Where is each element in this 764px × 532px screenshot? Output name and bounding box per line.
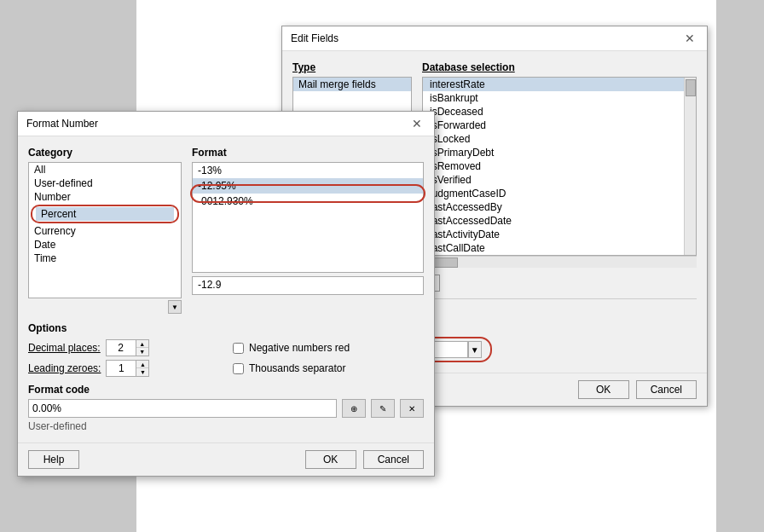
fn-fmt-neg1295[interactable]: -12.95%	[193, 178, 423, 194]
fn-cat-down-arrow[interactable]: ▼	[168, 300, 182, 314]
fn-cat-percent-wrapper: Percent	[29, 204, 181, 224]
edit-fields-titlebar: Edit Fields ✕	[282, 26, 707, 51]
leading-zeroes-input[interactable]	[106, 360, 136, 377]
leading-spin-up[interactable]: ▲	[136, 361, 148, 368]
db-item-judgmentcaseid[interactable]: judgmentCaseID	[423, 187, 684, 200]
fn-format-col: Format -13% -12.95% -0012.930% -12.9	[192, 147, 424, 314]
fn-user-defined-text: User-defined	[28, 420, 424, 432]
fn-options-grid: Decimal places: ▲ ▼ Negative numbers red	[28, 339, 424, 377]
database-column: Database selection interestRate isBankru…	[422, 61, 697, 268]
negative-numbers-label: Negative numbers red	[249, 342, 350, 354]
format-code-btn1[interactable]: ⊕	[342, 399, 366, 418]
ef-cancel-button[interactable]: Cancel	[636, 380, 697, 399]
db-item-lastcalldate[interactable]: lastCallDate	[423, 241, 684, 255]
leading-zeroes-label: Leading zeroes:	[28, 362, 101, 374]
db-item-isdeceased[interactable]: isDeceased	[423, 105, 684, 119]
db-scrollbar[interactable]	[684, 78, 696, 255]
fn-content: Category All User-defined Number Percent…	[18, 136, 434, 442]
decimal-places-label: Decimal places:	[28, 342, 101, 354]
database-label: Database selection	[422, 61, 697, 73]
db-item-islocked[interactable]: isLocked	[423, 132, 684, 146]
database-listbox[interactable]: interestRate isBankrupt isDeceased isFor…	[423, 78, 696, 255]
fn-cat-all[interactable]: All	[29, 163, 181, 176]
leading-zeroes-spinbox: ▲ ▼	[106, 360, 149, 377]
fn-format-list[interactable]: -13% -12.95% -0012.930%	[192, 162, 424, 273]
fn-title: Format Number	[26, 118, 98, 130]
fn-close-button[interactable]: ✕	[408, 117, 425, 130]
fn-format-label: Format	[192, 147, 424, 159]
decimal-spin-up[interactable]: ▲	[136, 340, 148, 348]
leading-zeroes-row: Leading zeroes: ▲ ▼	[28, 360, 219, 377]
fn-cat-percent-highlight: Percent	[31, 205, 179, 223]
fn-preview: -12.9	[192, 276, 424, 295]
user-defined-dropdown-arrow[interactable]: ▼	[468, 341, 482, 358]
decimal-spin-down[interactable]: ▼	[136, 348, 148, 356]
fn-options: Options Decimal places: ▲ ▼	[28, 322, 424, 377]
fn-fmt-neg13[interactable]: -13%	[193, 163, 423, 178]
db-item-lastactivitydate[interactable]: lastActivityDate	[423, 228, 684, 241]
fn-category-col: Category All User-defined Number Percent…	[28, 147, 182, 314]
db-item-isremoved[interactable]: isRemoved	[423, 159, 684, 173]
fn-category-label: Category	[28, 147, 182, 159]
fn-cat-percent[interactable]: Percent	[36, 207, 174, 221]
fn-ok-button[interactable]: OK	[305, 450, 356, 469]
fn-help-button[interactable]: Help	[28, 450, 79, 469]
negative-numbers-checkbox[interactable]	[233, 343, 244, 354]
db-hscrollbar[interactable]	[422, 256, 697, 268]
fn-cat-currency[interactable]: Currency	[29, 224, 181, 238]
thousands-separator-label: Thousands separator	[249, 362, 345, 374]
db-item-isverified[interactable]: isVerified	[423, 173, 684, 187]
db-scrollbar-thumb[interactable]	[686, 79, 696, 96]
fn-footer: Help OK Cancel	[18, 442, 434, 476]
format-code-input[interactable]	[28, 399, 337, 418]
fn-titlebar: Format Number ✕	[18, 112, 434, 136]
ef-ok-button[interactable]: OK	[578, 380, 629, 399]
fn-cat-number[interactable]: Number	[29, 190, 181, 204]
fn-cat-scroll-down: ▼	[28, 300, 182, 314]
format-code-btn3[interactable]: ✕	[400, 399, 424, 418]
fn-cancel-button[interactable]: Cancel	[363, 450, 424, 469]
decimal-places-row: Decimal places: ▲ ▼	[28, 339, 219, 356]
db-item-isprimarydebt[interactable]: isPrimaryDebt	[423, 146, 684, 159]
fn-category-list[interactable]: All User-defined Number Percent Currency…	[28, 162, 182, 298]
thousands-separator-row: Thousands separator	[233, 360, 424, 377]
fn-footer-right: OK Cancel	[305, 450, 424, 469]
fn-cat-userdefined[interactable]: User-defined	[29, 176, 181, 190]
leading-spin-down[interactable]: ▼	[136, 368, 148, 376]
fn-format-code-label: Format code	[28, 384, 424, 396]
format-code-btn2[interactable]: ✎	[371, 399, 395, 418]
leading-spin-arrows: ▲ ▼	[136, 360, 149, 377]
thousands-separator-checkbox[interactable]	[233, 363, 244, 374]
fn-fmt-neg0012[interactable]: -0012.930%	[193, 194, 423, 209]
decimal-places-spinbox: ▲ ▼	[106, 339, 149, 356]
fn-cat-time[interactable]: Time	[29, 252, 181, 265]
fn-cat-date[interactable]: Date	[29, 238, 181, 252]
fn-options-label: Options	[28, 322, 424, 334]
db-item-isforwarded[interactable]: isForwarded	[423, 119, 684, 132]
edit-fields-title: Edit Fields	[291, 32, 339, 44]
fn-format-code-row: ⊕ ✎ ✕	[28, 399, 424, 418]
decimal-places-input[interactable]	[106, 339, 136, 356]
type-label: Type	[292, 61, 412, 73]
ef-footer-right: OK Cancel	[578, 380, 697, 399]
negative-numbers-row: Negative numbers red	[233, 339, 424, 356]
fn-two-col: Category All User-defined Number Percent…	[28, 147, 424, 314]
db-item-lastaccesseddate[interactable]: lastAccessedDate	[423, 214, 684, 228]
fn-format-code-section: Format code ⊕ ✎ ✕ User-defined	[28, 384, 424, 432]
mail-merge-tab-item[interactable]: Mail merge fields	[293, 78, 411, 91]
decimal-spin-arrows: ▲ ▼	[136, 339, 149, 356]
format-number-dialog: Format Number ✕ Category All User-define…	[17, 111, 435, 477]
db-item-interestrate[interactable]: interestRate	[423, 78, 684, 91]
fn-format-list-wrapper: -13% -12.95% -0012.930%	[192, 162, 424, 273]
db-item-isbankrupt[interactable]: isBankrupt	[423, 91, 684, 105]
db-item-lastaccessedby[interactable]: lastAccessedBy	[423, 200, 684, 214]
edit-fields-close-button[interactable]: ✕	[681, 32, 698, 45]
